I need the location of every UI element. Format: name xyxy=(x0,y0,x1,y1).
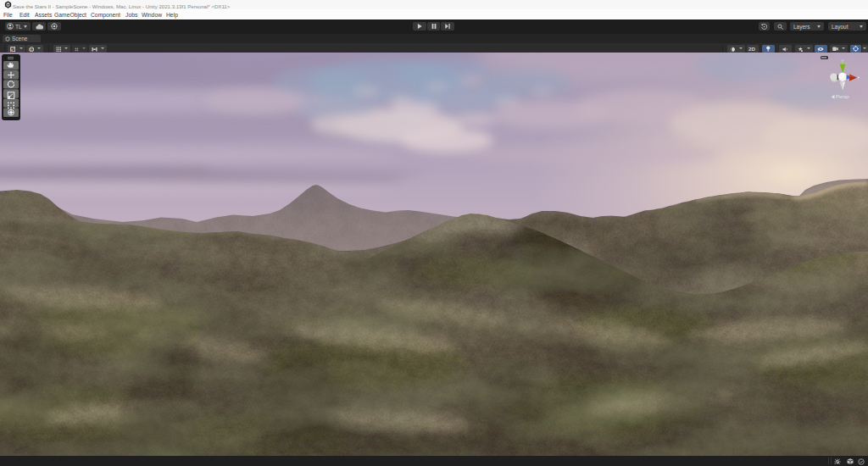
svg-text:Y: Y xyxy=(841,58,844,64)
svg-text:Persp: Persp xyxy=(836,94,849,99)
